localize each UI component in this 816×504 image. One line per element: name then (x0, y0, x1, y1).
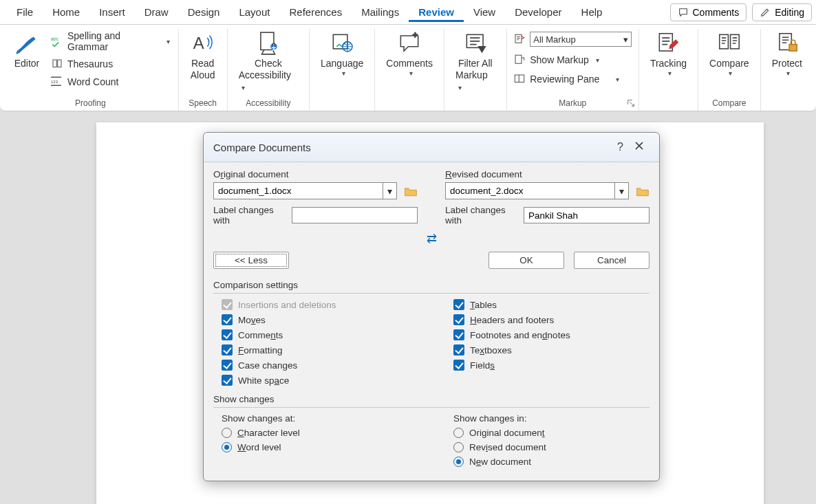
markup-combo[interactable]: All Markup▾ (530, 32, 632, 47)
svg-rect-18 (730, 34, 739, 49)
read-aloud-button[interactable]: A ReadAloud (184, 29, 222, 83)
browse-revised-button[interactable] (636, 185, 649, 197)
menu-mailings[interactable]: Mailings (352, 2, 409, 22)
original-doc-combo[interactable]: ▾ (213, 182, 397, 199)
svg-rect-13 (515, 55, 522, 63)
menu-references[interactable]: References (279, 2, 352, 22)
svg-rect-20 (789, 45, 797, 52)
chevron-down-icon[interactable]: ▾ (614, 183, 628, 199)
menu-file[interactable]: File (7, 2, 43, 22)
revised-doc-combo[interactable]: ▾ (445, 182, 629, 199)
show-markup-button[interactable]: Show Markup▾ (511, 52, 634, 67)
menu-review[interactable]: Review (409, 2, 464, 22)
group-language: Language▾ (310, 29, 375, 111)
chevron-down-icon[interactable]: ▾ (596, 56, 599, 64)
group-markup: All Markup▾ Show Markup▾ Reviewing Pane▾… (507, 29, 639, 111)
chevron-down-icon[interactable]: ▾ (167, 38, 170, 45)
label-changes-text: Label changes with (213, 205, 285, 226)
read-aloud-icon: A (190, 30, 216, 56)
menu-draw[interactable]: Draw (135, 2, 178, 22)
chevron-down-icon[interactable]: ▾ (383, 183, 396, 199)
show-markup-icon (513, 54, 526, 66)
checkbox-option[interactable]: Footnotes and endnotes (453, 329, 649, 340)
checkbox-option[interactable]: Headers and footers (453, 314, 649, 325)
chevron-down-icon[interactable]: ▾ (623, 34, 628, 45)
ok-button[interactable]: OK (488, 252, 564, 269)
menubar: File Home Insert Draw Design Layout Refe… (0, 0, 816, 25)
menu-home[interactable]: Home (43, 2, 89, 22)
checkbox-option[interactable]: Moves (222, 314, 418, 325)
group-label: Accessibility (246, 96, 290, 111)
chevron-down-icon[interactable]: ▾ (786, 69, 790, 78)
swap-button[interactable]: ⇄ (427, 232, 437, 245)
tracking-button[interactable]: Tracking▾ (645, 29, 692, 79)
help-button[interactable]: ? (612, 138, 629, 156)
word-count-button[interactable]: 123 Word Count (48, 74, 173, 89)
chevron-down-icon[interactable]: ▾ (616, 76, 619, 83)
menu-developer[interactable]: Developer (505, 2, 571, 22)
compare-button[interactable]: Compare▾ (704, 29, 755, 79)
svg-rect-12 (515, 34, 522, 43)
original-label: Original document (213, 169, 418, 179)
group-accessibility: Check Accessibility ▾ Accessibility (228, 29, 310, 111)
less-button[interactable]: << Less (213, 252, 289, 269)
accessibility-icon (255, 30, 281, 56)
thesaurus-button[interactable]: Thesaurus (48, 56, 173, 72)
menu-layout[interactable]: Layout (229, 2, 279, 22)
group-label (341, 96, 343, 111)
chevron-down-icon[interactable]: ▾ (409, 69, 413, 78)
dialog-launcher[interactable] (626, 98, 636, 108)
show-in-label: Show changes in: (453, 413, 649, 424)
check-accessibility-button[interactable]: Check Accessibility ▾ (233, 29, 303, 94)
language-icon (329, 30, 355, 56)
radio-option[interactable]: Revised document (453, 442, 649, 452)
chevron-down-icon[interactable]: ▾ (458, 84, 462, 91)
checkbox-option[interactable]: Formatting (222, 344, 418, 355)
close-icon (634, 141, 644, 151)
spelling-grammar-button[interactable]: abc Spelling and Grammar▾ (48, 29, 173, 54)
browse-original-button[interactable] (404, 185, 418, 197)
chevron-down-icon[interactable]: ▾ (342, 69, 345, 78)
menu-design[interactable]: Design (178, 2, 230, 22)
chevron-down-icon[interactable]: ▾ (668, 69, 672, 78)
filter-markup-button[interactable]: Filter AllMarkup ▾ (450, 29, 501, 94)
checkbox-option[interactable]: Case changes (222, 360, 418, 371)
chevron-down-icon[interactable]: ▾ (241, 84, 245, 91)
book-icon (51, 58, 63, 70)
chevron-down-icon[interactable]: ▾ (729, 69, 732, 78)
comments-button[interactable]: Comments (670, 3, 747, 21)
original-doc-input[interactable] (214, 183, 383, 199)
original-author-input[interactable] (292, 207, 418, 223)
svg-rect-3 (51, 85, 61, 87)
group-proofing: Editor abc Spelling and Grammar▾ Thesaur… (3, 29, 179, 111)
checkbox-option[interactable]: Fields (453, 360, 649, 371)
checkbox-option[interactable]: Comments (222, 329, 418, 340)
group-compare: Compare▾ Compare (698, 29, 761, 111)
menu-insert[interactable]: Insert (89, 2, 135, 22)
comments-ribbon-button[interactable]: + Comments▾ (380, 29, 438, 79)
menu-view[interactable]: View (464, 2, 505, 22)
close-button[interactable] (629, 138, 649, 156)
checkbox-option[interactable]: Tables (453, 299, 649, 310)
editing-button[interactable]: Editing (752, 3, 812, 21)
group-label: Markup (559, 96, 586, 111)
radio-option[interactable]: Word level (222, 442, 418, 452)
svg-rect-14 (515, 75, 524, 83)
reviewing-pane-button[interactable]: Reviewing Pane▾ (511, 72, 634, 87)
language-button[interactable]: Language▾ (315, 29, 369, 79)
radio-option[interactable]: New document (453, 457, 649, 467)
revised-doc-input[interactable] (446, 183, 614, 199)
checkbox-option[interactable]: Textboxes (453, 344, 649, 355)
cancel-button[interactable]: Cancel (574, 252, 649, 269)
protect-button[interactable]: Protect▾ (766, 29, 808, 79)
menu-help[interactable]: Help (572, 2, 612, 22)
editor-button[interactable]: Editor (8, 29, 45, 71)
revised-author-input[interactable] (524, 207, 649, 223)
svg-point-7 (272, 43, 275, 45)
radio-option[interactable]: Original document (453, 428, 649, 438)
checkbox-option[interactable]: White space (222, 375, 418, 386)
group-label: Proofing (75, 96, 106, 111)
radio-option[interactable]: Character level (222, 428, 418, 438)
ribbon: Editor abc Spelling and Grammar▾ Thesaur… (0, 25, 816, 111)
filter-icon (462, 30, 488, 56)
